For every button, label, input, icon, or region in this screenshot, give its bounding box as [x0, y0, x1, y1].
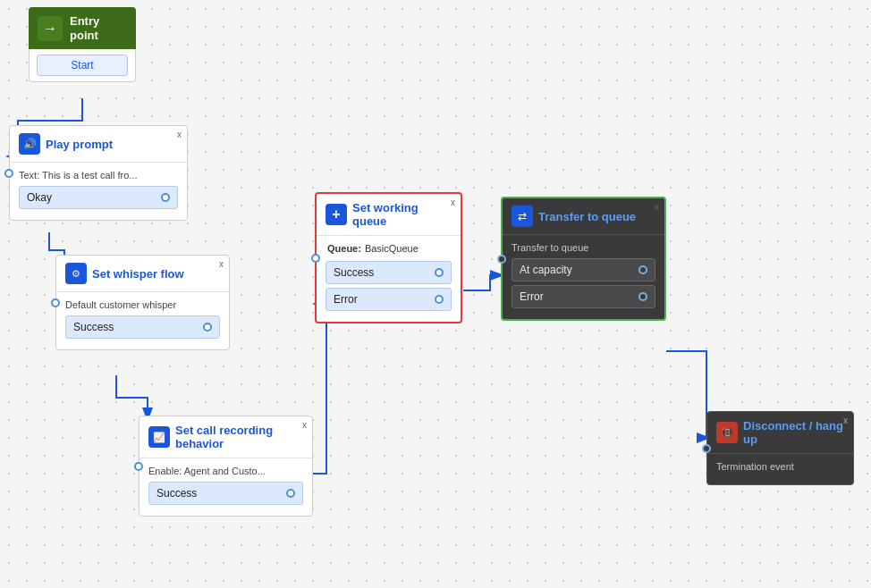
recording-title: Set call recording behavior	[175, 424, 303, 450]
queue-close[interactable]: x	[451, 197, 455, 207]
transfer-desc: Transfer to queue	[512, 242, 655, 253]
whisper-title: Set whisper flow	[92, 267, 184, 281]
transfer-input-connector	[497, 255, 506, 264]
disconnect-icon: 📵	[716, 422, 738, 443]
recording-input-connector	[134, 462, 143, 471]
transfer-icon: ⇄	[512, 206, 533, 227]
entry-point-title: Entry point	[70, 14, 99, 42]
recording-desc: Enable: Agent and Custo...	[148, 466, 303, 476]
play-prompt-body: Text: This is a test call fro... Okay	[10, 163, 187, 220]
start-output[interactable]: Start	[37, 55, 128, 76]
transfer-close[interactable]: x	[655, 202, 659, 212]
transfer-output-error[interactable]: Error	[512, 285, 655, 308]
queue-icon: +	[326, 204, 347, 225]
disconnect-title: Disconnect / hang up	[743, 419, 844, 446]
whisper-output-success[interactable]: Success	[65, 315, 220, 339]
transfer-title: Transfer to queue	[538, 210, 636, 223]
play-prompt-header: 🔊 Play prompt x	[10, 126, 187, 163]
queue-value: BasicQueue	[365, 243, 419, 254]
disconnect-desc: Termination event	[716, 461, 844, 472]
recording-body: Enable: Agent and Custo... Success	[140, 458, 312, 516]
working-queue-node: + Set working queue x Queue: BasicQueue …	[315, 192, 462, 323]
queue-success-dot	[435, 268, 444, 277]
whisper-flow-node: ⚙ Set whisper flow x Default customer wh…	[55, 255, 230, 350]
entry-point-icon: →	[38, 16, 63, 41]
recording-close[interactable]: x	[302, 420, 307, 430]
play-prompt-desc: Text: This is a test call fro...	[19, 170, 178, 181]
play-prompt-title: Play prompt	[46, 138, 113, 151]
whisper-input-connector	[51, 298, 60, 307]
whisper-body: Default customer whisper Success	[56, 292, 229, 349]
recording-icon: 📈	[148, 426, 170, 448]
whisper-icon: ⚙	[65, 263, 87, 284]
play-prompt-node: 🔊 Play prompt x Text: This is a test cal…	[9, 125, 188, 221]
queue-label: Queue:	[327, 243, 361, 254]
entry-point-body: Start	[29, 49, 136, 82]
queue-output-error[interactable]: Error	[326, 288, 452, 311]
queue-error-dot	[435, 295, 444, 304]
whisper-connector-dot	[203, 323, 212, 332]
queue-header: + Set working queue x	[317, 194, 461, 236]
entry-point-header: → Entry point	[29, 7, 136, 49]
play-prompt-close[interactable]: x	[177, 130, 182, 139]
queue-output-success[interactable]: Success	[326, 261, 452, 284]
disconnect-node: 📵 Disconnect / hang up x Termination eve…	[706, 411, 854, 485]
whisper-header: ⚙ Set whisper flow x	[56, 256, 229, 292]
recording-connector-dot	[286, 489, 295, 498]
play-prompt-icon: 🔊	[19, 133, 40, 155]
recording-node: 📈 Set call recording behavior x Enable: …	[139, 416, 313, 517]
play-prompt-output-okay[interactable]: Okay	[19, 186, 178, 209]
disconnect-header: 📵 Disconnect / hang up x	[707, 412, 853, 454]
transfer-capacity-dot	[638, 265, 647, 274]
queue-body: Queue: BasicQueue Success Error	[317, 236, 461, 322]
disconnect-close[interactable]: x	[843, 416, 848, 425]
whisper-close[interactable]: x	[219, 259, 224, 269]
okay-connector-dot	[161, 193, 170, 202]
queue-info: Queue: BasicQueue	[326, 243, 452, 254]
disconnect-body: Termination event	[707, 454, 853, 484]
recording-output-success[interactable]: Success	[148, 482, 303, 505]
transfer-queue-node: ⇄ Transfer to queue x Transfer to queue …	[501, 197, 666, 321]
transfer-error-dot	[638, 292, 647, 301]
whisper-desc: Default customer whisper	[65, 299, 220, 310]
entry-point-node: → Entry point Start	[29, 7, 136, 82]
transfer-output-capacity[interactable]: At capacity	[512, 258, 655, 281]
queue-input-connector	[311, 254, 320, 263]
transfer-header: ⇄ Transfer to queue x	[503, 198, 664, 235]
transfer-body: Transfer to queue At capacity Error	[503, 235, 664, 319]
recording-header: 📈 Set call recording behavior x	[140, 416, 312, 458]
play-prompt-input-connector	[4, 169, 13, 178]
queue-title: Set working queue	[352, 201, 452, 228]
